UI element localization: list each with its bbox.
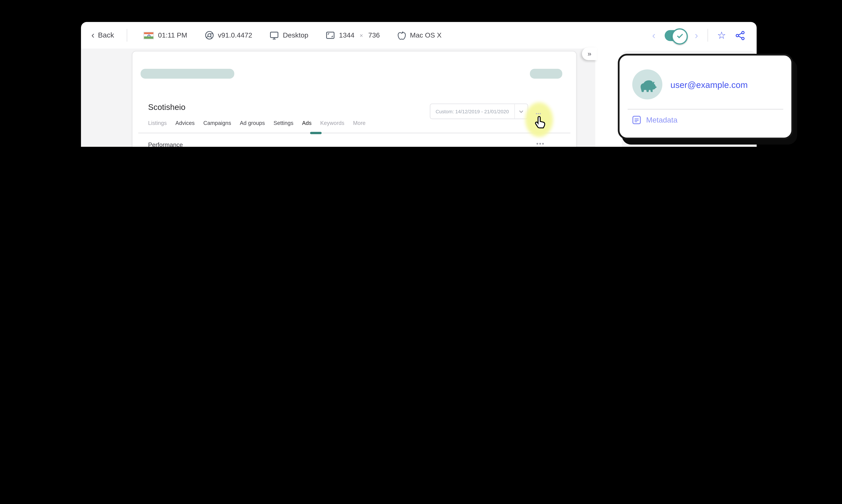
replayed-page: Scotisheio Custom: 14/12/2019 - 21/01/20… [132, 51, 577, 147]
tabs-divider [138, 132, 570, 133]
os-type-label: Mac OS X [410, 31, 442, 39]
india-flag-icon [143, 32, 154, 39]
metadata-label: Metadata [646, 116, 678, 124]
tab-settings[interactable]: Settings [273, 120, 293, 126]
browser-version: v91.0.4472 [204, 31, 252, 40]
more-menu-icon[interactable]: ••• [536, 140, 544, 147]
resolution-width: 1344 [339, 31, 355, 39]
viewport-resolution: 1344 × 736 [326, 31, 380, 39]
resolution-height: 736 [368, 31, 380, 39]
session-meta: 01:11 PM v91.0.4472 Desktop [143, 30, 442, 40]
favorite-star-icon[interactable]: ☆ [717, 30, 726, 40]
os-type: Mac OS X [397, 30, 442, 40]
resolution-icon [326, 31, 335, 39]
browser-version-label: v91.0.4472 [218, 31, 252, 39]
check-icon [677, 34, 683, 39]
section-title: Performance [148, 141, 183, 147]
tab-advices[interactable]: Advices [176, 120, 195, 126]
metadata-button[interactable]: Metadata [632, 116, 678, 124]
toggle-knob [671, 28, 688, 44]
skeleton-pill [530, 69, 562, 78]
date-range-value: Custom: 14/12/2019 - 21/01/2020 [430, 108, 514, 114]
tab-ad-groups[interactable]: Ad groups [240, 120, 265, 126]
tab-listings[interactable]: Listings [148, 120, 167, 126]
prev-session-button[interactable]: ‹ [652, 30, 656, 40]
back-button[interactable]: ‹ Back [91, 31, 114, 40]
topbar-actions: ‹ › ☆ [652, 22, 745, 49]
session-topbar: ‹ Back 01:11 PM v91.0.4472 [81, 22, 757, 49]
cursor-hand-icon [534, 115, 547, 132]
divider [628, 109, 783, 110]
session-time-label: 01:11 PM [158, 31, 187, 39]
date-range-select[interactable]: Custom: 14/12/2019 - 21/01/2020 [430, 104, 528, 119]
desktop-icon [270, 31, 279, 40]
apple-icon [397, 30, 406, 40]
next-session-button[interactable]: › [695, 30, 698, 40]
tab-more[interactable]: More [353, 120, 365, 126]
device-type: Desktop [270, 31, 308, 40]
page-title: Scotisheio [148, 102, 185, 112]
screenshot-stage: ‹ Back 01:11 PM v91.0.4472 [0, 0, 842, 147]
double-chevron-right-icon: » [588, 50, 591, 58]
user-card: user@example.com Metadata [618, 54, 793, 139]
replay-viewport: » Scotisheio Custom: 14/12/2019 - 21/01/… [81, 49, 595, 147]
divider [127, 29, 127, 42]
rhino-icon [638, 76, 657, 93]
chevron-left-icon: ‹ [91, 31, 94, 40]
chrome-icon [204, 31, 214, 40]
avatar [632, 69, 662, 100]
tab-campaigns[interactable]: Campaigns [203, 120, 231, 126]
tab-keywords[interactable]: Keywords [320, 120, 344, 126]
share-icon[interactable] [735, 30, 745, 40]
device-type-label: Desktop [283, 31, 308, 39]
back-label: Back [98, 31, 114, 39]
divider [707, 29, 708, 42]
metadata-icon [632, 116, 641, 124]
tab-ads[interactable]: Ads [302, 120, 311, 126]
skeleton-bar [141, 69, 234, 78]
resolution-x: × [360, 32, 363, 39]
collapse-panel-button[interactable]: » [582, 48, 597, 60]
page-tabs: Listings Advices Campaigns Ad groups Set… [148, 120, 365, 126]
user-email-link[interactable]: user@example.com [670, 80, 748, 90]
active-tab-underline [310, 132, 322, 134]
session-time: 01:11 PM [143, 31, 187, 39]
autoplay-toggle[interactable] [665, 30, 685, 41]
